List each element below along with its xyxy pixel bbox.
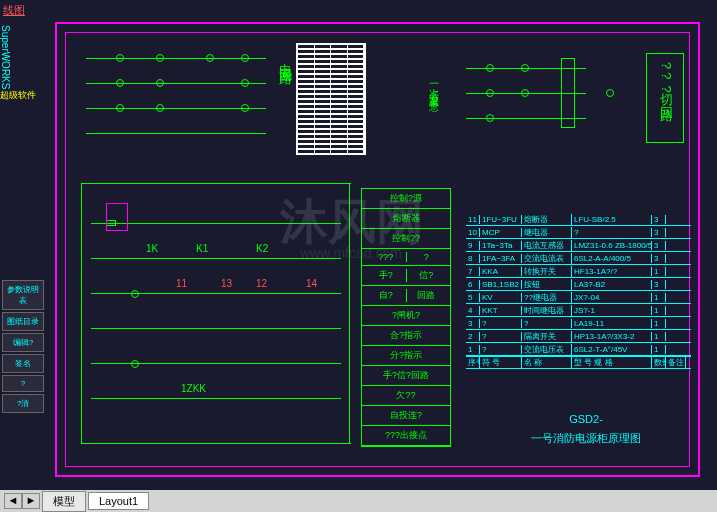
- parts-header: 序号符 号名 称型 号 规 格数量备注: [466, 356, 691, 369]
- drawing-frame: 电流回路 for(let i=0;i<22;i++)document.write…: [55, 22, 700, 477]
- tab-model[interactable]: 模型: [42, 491, 86, 512]
- side-btn-3[interactable]: 签名: [2, 354, 44, 373]
- ctrl-row: ????: [362, 249, 450, 266]
- title-block: GSD2- 一号消防电源柜原理图: [511, 413, 661, 446]
- terminal-block: for(let i=0;i<22;i++)document.write('<di…: [296, 43, 366, 173]
- switch-loop-block: [466, 53, 636, 143]
- parts-row: 4KKT时间继电器JS?-11: [466, 304, 691, 317]
- ctrl-row: 控制?源: [362, 189, 450, 209]
- ctrl-row: ?闸机?: [362, 306, 450, 326]
- parts-row: 7KKA转换开关HF13-1A?/?1: [466, 265, 691, 278]
- switch-loop-label-box: ??切?回路: [646, 53, 684, 143]
- parts-row: 81FA~3FA交流电流表6SL2-A-A/400/53: [466, 252, 691, 265]
- parts-row: 111FU~3FU熔断器LFU-SB/2.53: [466, 213, 691, 226]
- ctrl-row: 手?信?回路: [362, 366, 450, 386]
- ctrl-row: 自?回路: [362, 286, 450, 306]
- side-btn-0[interactable]: 参数说明表: [2, 280, 44, 310]
- control-description-box: 控制?源熔断器控制??????手?信?自?回路?闸机?合?指示分?指示手?信?回…: [361, 188, 451, 447]
- parts-row: 5KV??继电器JX?-041: [466, 291, 691, 304]
- drawing-code: GSD2-: [511, 413, 661, 425]
- parts-table: 111FU~3FU熔断器LFU-SB/2.5310MCP继电器?391Ta~3T…: [466, 213, 691, 369]
- ctrl-row: 熔断器: [362, 209, 450, 229]
- ctrl-row: ???出接点: [362, 426, 450, 446]
- current-loop-block: [86, 43, 266, 143]
- top-link[interactable]: 线图: [3, 3, 25, 18]
- tab-nav-right-icon[interactable]: ►: [22, 493, 40, 509]
- tab-layout1[interactable]: Layout1: [88, 492, 149, 510]
- control-circuit: K1 K2 1K 1ZKK 13 11 12 14: [81, 183, 351, 453]
- side-btn-5[interactable]: ?清: [2, 394, 44, 413]
- cad-canvas[interactable]: 线图 SuperWORKS 超级软件 参数说明表 图纸目录 编辑? 签名 ? ?…: [0, 0, 717, 490]
- side-buttons: 参数说明表 图纸目录 编辑? 签名 ? ?清: [2, 280, 44, 415]
- label-current-loop: 电流回路: [276, 53, 294, 65]
- drawing-name: 一号消防电源柜原理图: [511, 431, 661, 446]
- side-app-sub: 超级软件: [0, 89, 48, 102]
- ctrl-row: 欠??: [362, 386, 450, 406]
- tab-nav-left-icon[interactable]: ◄: [4, 493, 22, 509]
- parts-row: 6SB1,1SB2按钮LA3?-B23: [466, 278, 691, 291]
- layout-tabs: ◄ ► 模型 Layout1: [0, 490, 717, 512]
- ctrl-row: 分?指示: [362, 346, 450, 366]
- ctrl-row: 手?信?: [362, 266, 450, 286]
- parts-row: 3??LA19-111: [466, 317, 691, 330]
- parts-row: 10MCP继电器?3: [466, 226, 691, 239]
- label-primary: 一次方案示意?: [426, 78, 440, 105]
- side-btn-1[interactable]: 图纸目录: [2, 312, 44, 331]
- ctrl-row: 合?指示: [362, 326, 450, 346]
- inner-frame: 电流回路 for(let i=0;i<22;i++)document.write…: [65, 32, 690, 467]
- ctrl-row: 控制??: [362, 229, 450, 249]
- side-btn-4[interactable]: ?: [2, 375, 44, 392]
- side-app-title: SuperWORKS: [0, 25, 11, 89]
- parts-row: 2?隔离开关HP13-1A?/3X3-21: [466, 330, 691, 343]
- parts-row: 1?交流电压表6SL2-T-A°/45V1: [466, 343, 691, 356]
- ctrl-row: 自投连?: [362, 406, 450, 426]
- side-btn-2[interactable]: 编辑?: [2, 333, 44, 352]
- parts-row: 91Ta~3Ta电流互感器LMZ31-0.6 ZB-1800/53: [466, 239, 691, 252]
